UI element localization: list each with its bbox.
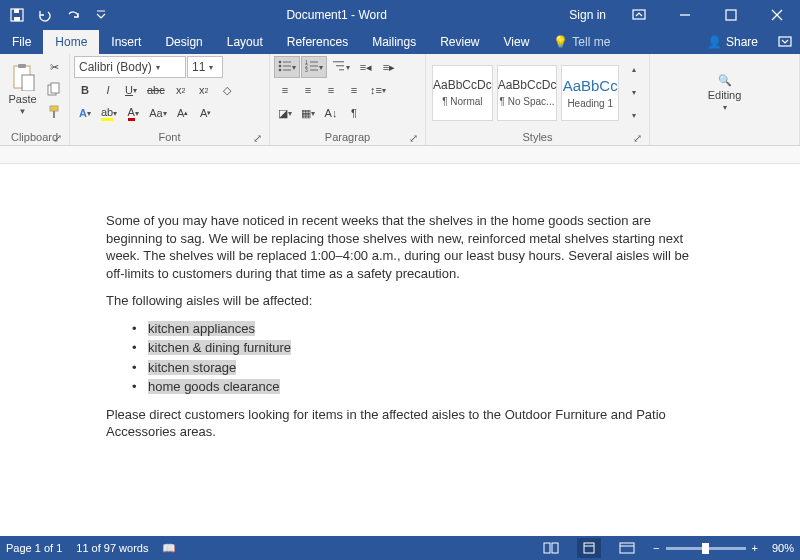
close-button[interactable] xyxy=(754,0,800,30)
zoom-thumb[interactable] xyxy=(702,543,709,554)
web-layout-button[interactable] xyxy=(615,538,639,558)
maximize-button[interactable] xyxy=(708,0,754,30)
zoom-slider[interactable]: − + xyxy=(653,542,758,554)
multilevel-list-button[interactable]: ▾ xyxy=(328,56,354,78)
svg-rect-28 xyxy=(544,543,550,553)
chevron-down-icon[interactable]: ▾ xyxy=(156,63,160,72)
group-clipboard: Paste ▼ ✂ Clipboard⤢ xyxy=(0,54,70,145)
tab-references[interactable]: References xyxy=(275,30,360,54)
chevron-down-icon: ▾ xyxy=(723,103,727,112)
print-layout-button[interactable] xyxy=(577,538,601,558)
sign-in-link[interactable]: Sign in xyxy=(559,8,616,22)
subscript-button[interactable]: x2 xyxy=(170,79,192,101)
styles-expand[interactable]: ▾ xyxy=(623,105,645,127)
paragraph[interactable]: The following aisles will be affected: xyxy=(106,292,694,310)
increase-indent-button[interactable]: ≡▸ xyxy=(378,56,400,78)
indent-icon: ≡▸ xyxy=(383,61,395,74)
shading-button[interactable]: ◪▾ xyxy=(274,102,296,124)
borders-button[interactable]: ▦▾ xyxy=(297,102,319,124)
paintbrush-icon xyxy=(47,105,61,121)
cut-button[interactable]: ✂ xyxy=(43,56,65,78)
styles-row-up[interactable]: ▴ xyxy=(623,59,645,81)
styles-row-down[interactable]: ▾ xyxy=(623,82,645,104)
qat-dropdown[interactable] xyxy=(88,1,114,29)
grow-font-button[interactable]: A▴ xyxy=(172,102,194,124)
page-indicator[interactable]: Page 1 of 1 xyxy=(6,542,62,554)
word-count[interactable]: 11 of 97 words xyxy=(76,542,148,554)
tab-mailings[interactable]: Mailings xyxy=(360,30,428,54)
align-center-button[interactable]: ≡ xyxy=(297,79,319,101)
save-button[interactable] xyxy=(4,1,30,29)
minimize-button[interactable] xyxy=(662,0,708,30)
chevron-down-icon[interactable]: ▾ xyxy=(209,63,213,72)
bold-button[interactable]: B xyxy=(74,79,96,101)
document-page[interactable]: Some of you may have noticed in recent w… xyxy=(56,172,744,471)
shrink-font-button[interactable]: A▾ xyxy=(195,102,217,124)
svg-rect-11 xyxy=(50,106,58,111)
dialog-launcher-icon[interactable]: ⤢ xyxy=(407,132,419,144)
decrease-indent-button[interactable]: ≡◂ xyxy=(355,56,377,78)
zoom-level[interactable]: 90% xyxy=(772,542,794,554)
ruler[interactable] xyxy=(0,146,800,164)
svg-rect-16 xyxy=(283,65,291,66)
bullets-button[interactable]: ▾ xyxy=(274,56,300,78)
superscript-button[interactable]: x2 xyxy=(193,79,215,101)
text-effects-button[interactable]: A▾ xyxy=(74,102,96,124)
dialog-launcher-icon[interactable]: ⤢ xyxy=(631,132,643,144)
list-item: kitchen appliances xyxy=(132,320,694,338)
clear-formatting-button[interactable]: ◇ xyxy=(216,79,238,101)
svg-rect-5 xyxy=(779,37,791,46)
style-normal[interactable]: AaBbCcDc¶ Normal xyxy=(432,65,493,121)
line-spacing-button[interactable]: ↕≡▾ xyxy=(366,79,390,101)
tab-design[interactable]: Design xyxy=(153,30,214,54)
dialog-launcher-icon[interactable]: ⤢ xyxy=(51,132,63,144)
paragraph[interactable]: Some of you may have noticed in recent w… xyxy=(106,212,694,282)
tab-view[interactable]: View xyxy=(492,30,542,54)
list-item: home goods clearance xyxy=(132,378,694,396)
sort-button[interactable]: A↓ xyxy=(320,102,342,124)
editing-dropdown[interactable]: 🔍 Editing ▾ xyxy=(699,60,751,126)
font-size-combo[interactable]: 11▾ xyxy=(187,56,223,78)
italic-button[interactable]: I xyxy=(97,79,119,101)
paragraph[interactable]: Please direct customers looking for item… xyxy=(106,406,694,441)
align-right-icon: ≡ xyxy=(328,84,334,96)
tab-insert[interactable]: Insert xyxy=(99,30,153,54)
tab-layout[interactable]: Layout xyxy=(215,30,275,54)
show-marks-button[interactable]: ¶ xyxy=(343,102,365,124)
share-button[interactable]: 👤Share xyxy=(695,30,770,54)
tab-review[interactable]: Review xyxy=(428,30,491,54)
group-styles: AaBbCcDc¶ Normal AaBbCcDc¶ No Spac... Aa… xyxy=(426,54,650,145)
svg-rect-20 xyxy=(310,61,318,62)
align-right-button[interactable]: ≡ xyxy=(320,79,342,101)
ribbon-display-options[interactable] xyxy=(616,0,662,30)
strikethrough-button[interactable]: abc xyxy=(143,79,169,101)
copy-button[interactable] xyxy=(43,79,65,101)
font-color-button[interactable]: A▾ xyxy=(122,102,144,124)
paint-bucket-icon: ◪ xyxy=(278,107,288,120)
dialog-launcher-icon[interactable]: ⤢ xyxy=(251,132,263,144)
numbering-button[interactable]: 123▾ xyxy=(301,56,327,78)
tab-home[interactable]: Home xyxy=(43,30,99,54)
zoom-out-button[interactable]: − xyxy=(653,542,659,554)
justify-button[interactable]: ≡ xyxy=(343,79,365,101)
paste-button[interactable]: Paste ▼ xyxy=(4,56,41,122)
undo-button[interactable] xyxy=(32,1,58,29)
svg-point-15 xyxy=(279,65,282,68)
format-painter-button[interactable] xyxy=(43,102,65,124)
collapse-ribbon-button[interactable] xyxy=(770,30,800,54)
style-heading1[interactable]: AaBbCcHeading 1 xyxy=(561,65,619,121)
tell-me[interactable]: 💡Tell me xyxy=(541,30,622,54)
redo-button[interactable] xyxy=(60,1,86,29)
style-no-spacing[interactable]: AaBbCcDc¶ No Spac... xyxy=(497,65,558,121)
underline-button[interactable]: U▾ xyxy=(120,79,142,101)
proofing-icon[interactable]: 📖 xyxy=(162,542,176,555)
change-case-button[interactable]: Aa▾ xyxy=(145,102,170,124)
zoom-track[interactable] xyxy=(666,547,746,550)
align-left-button[interactable]: ≡ xyxy=(274,79,296,101)
highlight-button[interactable]: ab▾ xyxy=(97,102,121,124)
bullet-list[interactable]: kitchen appliances kitchen & dining furn… xyxy=(132,320,694,396)
tab-file[interactable]: File xyxy=(0,30,43,54)
zoom-in-button[interactable]: + xyxy=(752,542,758,554)
font-name-combo[interactable]: Calibri (Body)▾ xyxy=(74,56,186,78)
read-mode-button[interactable] xyxy=(539,538,563,558)
